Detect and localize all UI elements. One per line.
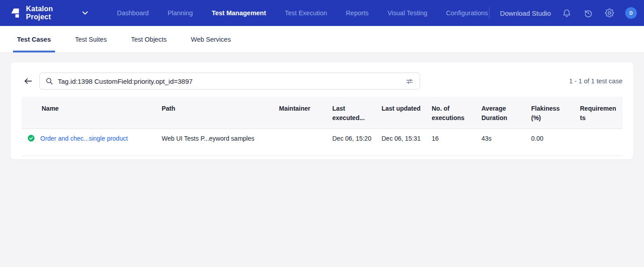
column-header-flakiness[interactable]: Flakiness (%) (526, 97, 575, 129)
cell-last-executed: Dec 06, 15:20 (327, 129, 376, 156)
nav-reports[interactable]: Reports (346, 9, 369, 17)
status-passed-icon (28, 135, 34, 142)
nav-visual-testing[interactable]: Visual Testing (387, 9, 427, 17)
tab-test-objects[interactable]: Test Objects (128, 26, 169, 52)
project-name: Katalon Project (26, 5, 72, 21)
column-header-maintainer[interactable]: Maintainer (274, 97, 327, 129)
tab-web-services-label: Web Services (191, 36, 231, 43)
download-studio-link[interactable]: Download Studio (500, 9, 551, 17)
chevron-down-icon (82, 11, 88, 15)
test-cases-panel: 1 - 1 of 1 test case Name Path Maintaine… (11, 63, 633, 159)
test-case-link[interactable]: Order and chec...single product (40, 134, 128, 143)
result-count: 1 - 1 of 1 test case (569, 78, 623, 85)
tab-test-cases[interactable]: Test Cases (14, 26, 54, 52)
filter-sliders-icon[interactable] (404, 76, 414, 86)
cell-last-updated: Dec 06, 15:31 (376, 129, 426, 156)
search-toolbar: 1 - 1 of 1 test case (21, 73, 623, 90)
search-icon (45, 77, 53, 85)
tab-test-objects-label: Test Objects (131, 36, 167, 43)
column-header-path[interactable]: Path (156, 97, 274, 129)
cell-flakiness: 0.00 (526, 129, 575, 156)
user-avatar[interactable]: D (625, 7, 637, 19)
nav-test-execution[interactable]: Test Execution (285, 9, 327, 17)
cell-maintainer (274, 129, 327, 156)
topbar-divider (489, 7, 489, 19)
topbar: Katalon Project Dashboard Planning Test … (0, 0, 644, 26)
katalon-logo-icon (10, 7, 20, 19)
cell-avg-duration: 43s (476, 129, 526, 156)
bell-icon[interactable] (561, 7, 572, 19)
nav-dashboard[interactable]: Dashboard (117, 9, 149, 17)
tab-web-services[interactable]: Web Services (188, 26, 233, 52)
column-header-executions[interactable]: No. of executions (426, 97, 476, 129)
tab-test-suites-label: Test Suites (75, 36, 107, 43)
cell-path: Web UI Tests P...eyword samples (156, 129, 274, 156)
topbar-actions: Download Studio D (488, 7, 637, 19)
search-box (39, 73, 420, 90)
cell-executions: 16 (426, 129, 476, 156)
test-case-name-cell: Order and chec...single product (27, 134, 152, 143)
column-header-avg-duration[interactable]: Average Duration (476, 97, 526, 129)
history-icon[interactable] (582, 7, 594, 19)
table-header-row: Name Path Maintainer Last executed... La… (21, 97, 623, 129)
gear-icon[interactable] (604, 7, 615, 19)
back-arrow-icon[interactable] (21, 74, 35, 88)
table-row: Order and chec...single product Web UI T… (21, 129, 623, 156)
test-cases-table: Name Path Maintainer Last executed... La… (21, 97, 623, 156)
column-header-last-updated[interactable]: Last updated (376, 97, 426, 129)
nav-test-management[interactable]: Test Management (212, 9, 266, 17)
nav-planning[interactable]: Planning (167, 9, 193, 17)
column-header-requirements[interactable]: Requirements (575, 97, 623, 129)
cell-requirements (575, 129, 623, 156)
tab-test-suites[interactable]: Test Suites (73, 26, 110, 52)
search-input[interactable] (58, 78, 404, 85)
module-tabs: Test Cases Test Suites Test Objects Web … (0, 26, 644, 53)
project-switcher[interactable]: Katalon Project (10, 5, 88, 21)
column-header-name[interactable]: Name (21, 97, 156, 129)
column-header-last-executed[interactable]: Last executed... (327, 97, 376, 129)
tab-test-cases-label: Test Cases (17, 36, 51, 43)
nav-configurations[interactable]: Configurations (446, 9, 488, 17)
main-nav: Dashboard Planning Test Management Test … (117, 9, 488, 17)
